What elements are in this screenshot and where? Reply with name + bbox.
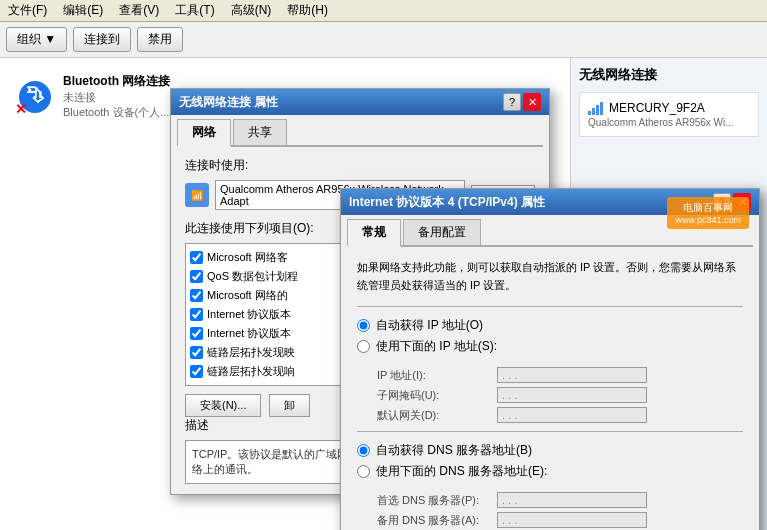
manual-dns-option[interactable]: 使用下面的 DNS 服务器地址(E): <box>357 461 743 482</box>
auto-ip-label: 自动获得 IP 地址(O) <box>376 317 483 334</box>
auto-ip-radio[interactable] <box>357 319 370 332</box>
wifi-dialog-titlebar: 无线网络连接 属性 ? ✕ <box>171 89 549 115</box>
ms-client-label: Microsoft 网络客 <box>207 250 288 265</box>
menu-help[interactable]: 帮助(H) <box>283 2 332 19</box>
disable-button[interactable]: 禁用 <box>137 27 183 52</box>
top-menu-bar: 文件(F) 编辑(E) 查看(V) 工具(T) 高级(N) 帮助(H) <box>0 0 767 22</box>
dns-radio-group: 自动获得 DNS 服务器地址(B) 使用下面的 DNS 服务器地址(E): <box>357 440 743 482</box>
wifi-dialog-title: 无线网络连接 属性 <box>179 94 278 111</box>
gateway-row: 默认网关(D): <box>377 407 743 423</box>
right-panel-header: 无线网络连接 <box>579 66 759 84</box>
wifi-dialog-close-button[interactable]: ✕ <box>523 93 541 111</box>
watermark-url: www.pc841.com <box>675 215 741 225</box>
organize-button[interactable]: 组织 ▼ <box>6 27 67 52</box>
checkbox-lldp2[interactable] <box>190 365 203 378</box>
tcp-dialog-body: 电脑百事网 www.pc841.com 如果网络支持此功能，则可以获取自动指派的… <box>341 247 759 530</box>
checkbox-ipv4[interactable] <box>190 308 203 321</box>
subnet-label: 子网掩码(U): <box>377 388 497 403</box>
wifi-dialog-title-buttons: ? ✕ <box>503 93 541 111</box>
wifi-adapter: Qualcomm Atheros AR956x Wi... <box>588 117 750 128</box>
ip-radio-group: 自动获得 IP 地址(O) 使用下面的 IP 地址(S): <box>357 315 743 357</box>
alternate-dns-row: 备用 DNS 服务器(A): <box>377 512 743 528</box>
ms-network-label: Microsoft 网络的 <box>207 288 288 303</box>
install-button[interactable]: 安装(N)... <box>185 394 261 417</box>
auto-ip-option[interactable]: 自动获得 IP 地址(O) <box>357 315 743 336</box>
watermark: 电脑百事网 www.pc841.com <box>667 197 749 229</box>
ipv4-label: Internet 协议版本 <box>207 307 291 322</box>
subnet-input[interactable] <box>497 387 647 403</box>
divider2 <box>357 431 743 432</box>
preferred-dns-input[interactable] <box>497 492 647 508</box>
auto-dns-radio[interactable] <box>357 444 370 457</box>
disconnected-badge: ✕ <box>15 101 27 117</box>
menu-advanced[interactable]: 高级(N) <box>227 2 276 19</box>
menu-edit[interactable]: 编辑(E) <box>59 2 107 19</box>
lldp2-label: 链路层拓扑发现响 <box>207 364 295 379</box>
signal-icon <box>588 101 603 115</box>
tab-general[interactable]: 常规 <box>347 219 401 247</box>
checkbox-qos[interactable] <box>190 270 203 283</box>
wifi-dialog-help-button[interactable]: ? <box>503 93 521 111</box>
tab-network[interactable]: 网络 <box>177 119 231 147</box>
wifi-dialog-tabs: 网络 共享 <box>177 119 543 147</box>
tab-alternate[interactable]: 备用配置 <box>403 219 481 245</box>
manual-ip-label: 使用下面的 IP 地址(S): <box>376 338 497 355</box>
main-area: ⮷ ✕ Bluetooth 网络连接 未连接 Bluetooth 设备(个人..… <box>0 58 767 530</box>
gateway-input[interactable] <box>497 407 647 423</box>
preferred-dns-row: 首选 DNS 服务器(P): <box>377 492 743 508</box>
tab-share[interactable]: 共享 <box>233 119 287 145</box>
checkbox-ms-network[interactable] <box>190 289 203 302</box>
ip-address-row: IP 地址(I): <box>377 367 743 383</box>
connect-label: 连接时使用: <box>185 157 535 174</box>
checkbox-ipv6[interactable] <box>190 327 203 340</box>
adapter-icon: 📶 <box>185 183 209 207</box>
gateway-label: 默认网关(D): <box>377 408 497 423</box>
checkbox-lldp1[interactable] <box>190 346 203 359</box>
auto-dns-label: 自动获得 DNS 服务器地址(B) <box>376 442 532 459</box>
menu-tools[interactable]: 工具(T) <box>171 2 218 19</box>
manual-dns-label: 使用下面的 DNS 服务器地址(E): <box>376 463 547 480</box>
ip-address-input[interactable] <box>497 367 647 383</box>
bluetooth-conn-icon: ⮷ ✕ <box>15 77 55 117</box>
dns-form: 首选 DNS 服务器(P): 备用 DNS 服务器(A): <box>377 492 743 528</box>
connect-button[interactable]: 连接到 <box>73 27 131 52</box>
manual-ip-option[interactable]: 使用下面的 IP 地址(S): <box>357 336 743 357</box>
uninstall-button[interactable]: 卸 <box>269 394 310 417</box>
tcp-ipv4-dialog: Internet 协议版本 4 (TCP/IPv4) 属性 ? ✕ 常规 备用配… <box>340 188 760 530</box>
ipv6-label: Internet 协议版本 <box>207 326 291 341</box>
alternate-dns-label: 备用 DNS 服务器(A): <box>377 513 497 528</box>
qos-label: QoS 数据包计划程 <box>207 269 298 284</box>
wifi-ssid: MERCURY_9F2A <box>609 101 705 115</box>
auto-dns-option[interactable]: 自动获得 DNS 服务器地址(B) <box>357 440 743 461</box>
watermark-text: 电脑百事网 <box>675 201 741 215</box>
checkbox-ms-client[interactable] <box>190 251 203 264</box>
lldp1-label: 链路层拓扑发现映 <box>207 345 295 360</box>
wifi-network-item[interactable]: MERCURY_9F2A Qualcomm Atheros AR956x Wi.… <box>579 92 759 137</box>
toolbar: 组织 ▼ 连接到 禁用 <box>0 22 767 58</box>
tcp-description: 如果网络支持此功能，则可以获取自动指派的 IP 设置。否则，您需要从网络系统管理… <box>357 259 743 294</box>
manual-dns-radio[interactable] <box>357 465 370 478</box>
divider <box>357 306 743 307</box>
menu-view[interactable]: 查看(V) <box>115 2 163 19</box>
alternate-dns-input[interactable] <box>497 512 647 528</box>
tcp-dialog-title: Internet 协议版本 4 (TCP/IPv4) 属性 <box>349 194 545 211</box>
preferred-dns-label: 首选 DNS 服务器(P): <box>377 493 497 508</box>
ip-address-label: IP 地址(I): <box>377 368 497 383</box>
ip-form: IP 地址(I): 子网掩码(U): 默认网关(D): <box>377 367 743 423</box>
menu-file[interactable]: 文件(F) <box>4 2 51 19</box>
subnet-row: 子网掩码(U): <box>377 387 743 403</box>
manual-ip-radio[interactable] <box>357 340 370 353</box>
